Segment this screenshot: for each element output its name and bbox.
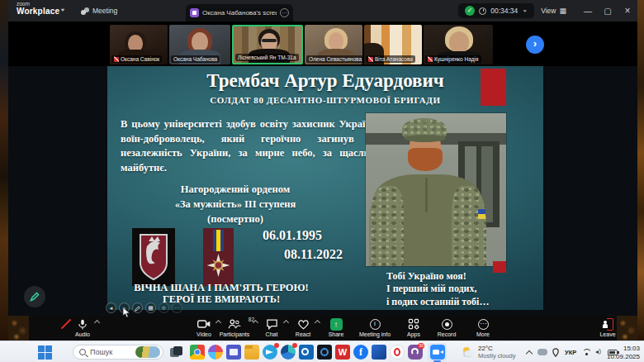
viber-icon[interactable]: 30	[408, 345, 423, 360]
start-button[interactable]	[38, 345, 52, 360]
teams-icon[interactable]	[226, 345, 241, 360]
order-for-courage-image	[203, 228, 234, 286]
edge-icon[interactable]	[281, 345, 296, 360]
mic-muted-icon	[59, 317, 106, 331]
red-accent-block	[481, 69, 506, 106]
mic-off-icon	[114, 57, 119, 62]
participant-name: Оксана Чабанова	[171, 55, 220, 63]
search-placeholder: Пошук	[90, 348, 135, 356]
onedrive-icon[interactable]	[537, 349, 547, 355]
weather-desc: Mostly cloudy	[478, 352, 515, 360]
dark-app-icon[interactable]	[317, 345, 332, 360]
speaker-icon[interactable]	[595, 349, 603, 355]
participant-video[interactable]: Олена Севастьянова	[305, 25, 362, 64]
shared-screen-area: Трембач Артур Едуардович СОЛДАТ 80 ДЕСАН…	[8, 66, 637, 316]
red-accent-small	[493, 261, 506, 273]
mouse-cursor	[122, 307, 130, 318]
search-weather-thumbnail	[135, 346, 160, 358]
participant-name: Віта Атанасова	[366, 55, 415, 63]
slide-paragraph: В цьому університеті здобув освіту захис…	[121, 117, 380, 175]
location-icon[interactable]	[552, 348, 559, 357]
photos-icon[interactable]	[208, 345, 223, 360]
close-button[interactable]: ×	[618, 5, 637, 17]
chrome-icon[interactable]	[190, 345, 205, 360]
quote-text: Тобі Україно моя! І перший мій подих, і …	[386, 270, 535, 308]
participant-video[interactable]: Оксана Савінок	[110, 25, 168, 64]
view-button[interactable]: View ▦	[541, 7, 566, 15]
audio-button[interactable]: Audio	[59, 317, 106, 337]
search-icon	[79, 349, 86, 355]
tab-shared-screen[interactable]: Оксана Чабанова's screen ⋯	[186, 4, 293, 21]
task-view-button[interactable]	[170, 346, 182, 357]
weather-widget[interactable]: 22°C Mostly cloudy	[462, 341, 515, 362]
outlook-icon[interactable]	[299, 345, 314, 360]
edge-badge	[292, 343, 297, 348]
meeting-timer: 00:34:34	[490, 7, 518, 15]
slide-title: Трембач Артур Едуардович	[107, 70, 543, 92]
telegram-icon[interactable]	[263, 345, 277, 360]
slide-subtitle: СОЛДАТ 80 ДЕСАНТНО-ШТУРМОВОЇ БРИГАДИ	[107, 95, 543, 105]
mute-slash-icon	[61, 319, 72, 330]
screen-share-icon	[190, 8, 199, 17]
slideshow-seeall-button[interactable]: ▦	[145, 302, 156, 313]
encryption-shield-icon: ✓	[465, 6, 475, 16]
slideshow-prev-button[interactable]: ◂	[106, 302, 116, 313]
tab-meeting[interactable]: Meeting	[81, 3, 117, 18]
wallet-app-icon[interactable]	[372, 345, 386, 360]
taskbar-clock[interactable]: 15:03 10.09.2025	[607, 345, 640, 360]
participant-name: Кушніренко Надія	[425, 55, 481, 63]
presentation-slide: Трембач Артур Едуардович СОЛДАТ 80 ДЕСАН…	[107, 66, 543, 310]
brigade-emblem-image	[132, 228, 175, 286]
zoom-window: zoom Workplace ▼ Meeting Оксана Чабанова…	[8, 0, 637, 341]
meeting-toolbar: Audio Video 82 Participants	[8, 316, 637, 341]
meeting-icon	[81, 7, 89, 15]
share-screen-icon: ↑	[330, 318, 343, 331]
w-app-icon[interactable]: W	[335, 345, 350, 360]
participant-video[interactable]: Оксана Чабанова	[169, 25, 230, 64]
meeting-tab-label: Meeting	[92, 7, 117, 15]
desktop-screen: zoom Workplace ▼ Meeting Оксана Чабанова…	[0, 0, 644, 362]
zoom-taskbar-icon-active[interactable]	[428, 343, 447, 361]
memory-text: ВІЧНА ШАНА І ПАМ'ЯТЬ ГЕРОЮ! ГЕРОЇ НЕ ВМИ…	[114, 282, 329, 306]
glasses-icon	[262, 39, 277, 42]
mic-off-icon	[428, 57, 433, 62]
telegram-badge	[274, 343, 279, 348]
titlebar: zoom Workplace ▼ Meeting Оксана Чабанова…	[8, 0, 637, 21]
flag-patch	[478, 209, 485, 219]
opera-icon[interactable]	[390, 345, 405, 360]
audio-options-chevron[interactable]	[94, 320, 100, 326]
timer-clock-icon	[479, 7, 486, 15]
participant-video-active-speaker[interactable]: Лісневський Ян ТМ-31а	[232, 25, 303, 64]
mic-off-icon	[368, 57, 373, 62]
slideshow-more-button[interactable]: ⋯	[172, 302, 182, 313]
tray-time: 15:03	[607, 345, 640, 353]
record-icon	[442, 319, 452, 330]
minimize-button[interactable]: —	[578, 7, 598, 16]
participant-video[interactable]: Віта Атанасова	[364, 25, 422, 64]
windows-taskbar: Пошук W f	[0, 341, 644, 362]
timer-chevron-icon: ▼	[522, 9, 528, 13]
more-button[interactable]: ⋯ More	[460, 317, 506, 337]
slideshow-zoom-button[interactable]: ⊕	[159, 302, 169, 313]
weather-icon	[462, 347, 475, 357]
file-explorer-icon[interactable]	[244, 345, 259, 360]
tray-expand-icon[interactable]	[526, 350, 533, 356]
weather-temp: 22°C	[478, 345, 515, 352]
tab-more-icon[interactable]: ⋯	[280, 8, 289, 17]
chevron-down-icon[interactable]: ▼	[59, 7, 66, 12]
meeting-status-pill[interactable]: ✓ 00:34:34 ▼	[458, 3, 534, 18]
next-participants-button[interactable]: ›	[526, 36, 544, 54]
search-input[interactable]: Пошук	[73, 345, 163, 360]
annotation-pencil-button[interactable]	[24, 286, 45, 307]
maximize-button[interactable]: ▢	[598, 7, 618, 16]
wallpaper-corner-left	[8, 316, 29, 341]
participant-video[interactable]: Кушніренко Надія	[424, 25, 493, 64]
info-icon: i	[370, 319, 381, 330]
view-grid-icon: ▦	[559, 7, 566, 15]
zoom-workplace-logo: zoom Workplace	[17, 2, 59, 16]
facebook-icon[interactable]: f	[353, 345, 368, 360]
slideshow-pen-button[interactable]	[132, 302, 143, 313]
wifi-icon[interactable]	[582, 349, 590, 355]
participant-name: Оксана Савінок	[111, 55, 162, 63]
language-indicator[interactable]: УКР	[565, 349, 576, 356]
